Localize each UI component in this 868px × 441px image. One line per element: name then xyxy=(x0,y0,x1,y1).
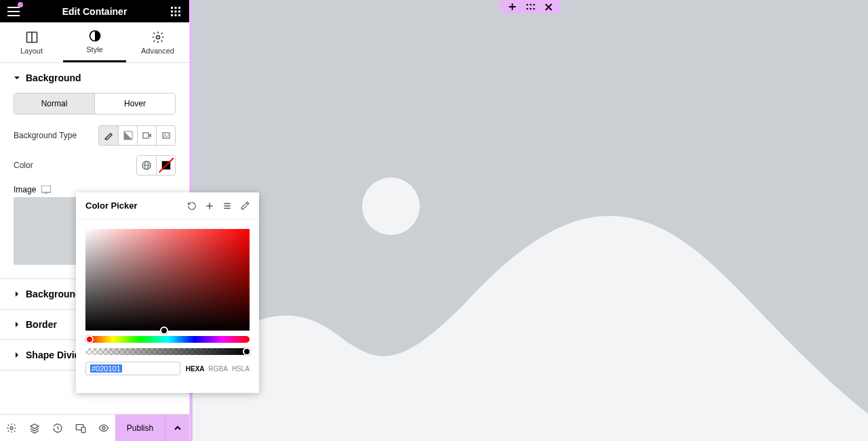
slideshow-icon xyxy=(161,131,171,140)
plus-icon xyxy=(205,201,214,211)
drag-handle[interactable] xyxy=(526,3,536,10)
caret-right-icon xyxy=(14,352,20,358)
svg-rect-4 xyxy=(175,10,177,12)
close-icon xyxy=(545,3,553,11)
background-type-row: Background Type xyxy=(14,125,176,146)
color-add-button[interactable] xyxy=(205,201,214,211)
placeholder-circle-icon xyxy=(362,177,420,235)
container-controls xyxy=(500,0,561,14)
color-library-button[interactable] xyxy=(222,201,232,211)
preview-button[interactable] xyxy=(92,415,115,442)
color-swatch-button[interactable] xyxy=(156,156,175,175)
tab-advanced[interactable]: Advanced xyxy=(126,22,189,62)
color-picker-body: #020101 HEXA RGBA HSLA xyxy=(76,219,259,385)
caret-down-icon xyxy=(14,75,20,81)
video-icon xyxy=(142,131,152,140)
state-tab-normal[interactable]: Normal xyxy=(14,93,94,114)
gradient-icon xyxy=(123,131,133,140)
menu-button[interactable] xyxy=(5,3,22,20)
svg-rect-2 xyxy=(178,7,180,9)
eye-icon xyxy=(98,423,109,434)
chevron-up-icon xyxy=(174,424,182,432)
format-rgba[interactable]: RGBA xyxy=(209,365,228,373)
svg-point-26 xyxy=(526,4,528,6)
color-input-row: #020101 HEXA RGBA HSLA xyxy=(85,362,250,375)
delete-element-button[interactable] xyxy=(545,3,553,11)
apps-button[interactable] xyxy=(167,3,184,20)
alpha-slider[interactable] xyxy=(85,348,250,355)
section-background-header[interactable]: Background xyxy=(0,63,189,93)
bg-type-classic[interactable] xyxy=(99,126,118,145)
panel-title: Edit Container xyxy=(22,6,167,17)
sidebar-header: Edit Container xyxy=(0,0,189,22)
svg-point-29 xyxy=(526,8,528,10)
bg-type-gradient[interactable] xyxy=(118,126,137,145)
add-element-button[interactable] xyxy=(509,3,517,11)
responsive-icon[interactable] xyxy=(41,186,51,194)
hue-handle[interactable] xyxy=(85,335,94,343)
brush-icon xyxy=(104,131,113,140)
format-hexa[interactable]: HEXA xyxy=(186,365,205,373)
plus-icon xyxy=(509,3,517,11)
format-hsla[interactable]: HSLA xyxy=(232,365,250,373)
section-border-title: Border xyxy=(26,319,57,330)
undo-icon xyxy=(187,201,197,211)
hue-slider[interactable] xyxy=(85,336,250,343)
global-color-button[interactable] xyxy=(137,156,156,175)
image-upload-area[interactable] xyxy=(14,197,81,265)
svg-rect-3 xyxy=(171,10,173,12)
history-icon xyxy=(52,423,63,434)
svg-point-28 xyxy=(533,4,535,6)
tab-advanced-label: Advanced xyxy=(141,47,174,55)
alpha-handle[interactable] xyxy=(243,348,251,356)
svg-point-25 xyxy=(102,427,105,429)
publish-options-button[interactable] xyxy=(165,415,189,441)
svg-rect-24 xyxy=(81,427,85,432)
settings-button[interactable] xyxy=(0,415,23,442)
navigator-button[interactable] xyxy=(23,415,46,442)
color-picker-header: Color Picker xyxy=(76,192,259,219)
publish-button[interactable]: Publish xyxy=(115,415,165,441)
caret-right-icon xyxy=(14,321,20,328)
eyedropper-button[interactable] xyxy=(240,201,250,211)
editor-canvas[interactable] xyxy=(190,0,868,441)
globe-icon xyxy=(142,161,151,170)
tab-layout-label: Layout xyxy=(20,47,43,55)
color-row: Color xyxy=(14,155,176,175)
color-reset-button[interactable] xyxy=(187,201,197,211)
saturation-area[interactable] xyxy=(85,229,250,331)
background-type-group xyxy=(98,125,176,146)
color-control-group xyxy=(136,155,176,175)
color-picker-popover: Color Picker xyxy=(76,192,259,393)
state-tabs: Normal Hover xyxy=(14,93,176,114)
saturation-handle[interactable] xyxy=(160,327,168,335)
panel-tabs: Layout Style Advanced xyxy=(0,22,189,63)
svg-rect-7 xyxy=(175,14,177,16)
gear-icon xyxy=(151,30,165,44)
notification-dot-icon xyxy=(18,2,23,7)
hex-input[interactable]: #020101 xyxy=(85,362,180,375)
editor-sidebar: Edit Container Layout Style Advanced xyxy=(0,0,190,441)
svg-rect-0 xyxy=(171,7,173,9)
history-button[interactable] xyxy=(46,415,69,442)
state-tab-hover[interactable]: Hover xyxy=(94,93,175,114)
tab-style[interactable]: Style xyxy=(63,22,126,62)
bg-type-video[interactable] xyxy=(137,126,156,145)
sidebar-footer: Publish xyxy=(0,414,189,441)
devices-icon xyxy=(75,423,86,434)
svg-rect-5 xyxy=(178,10,180,12)
section-background-title: Background xyxy=(26,72,81,83)
gear-icon xyxy=(6,423,17,434)
grid-icon xyxy=(171,7,180,16)
svg-rect-20 xyxy=(41,186,51,192)
bg-type-slideshow[interactable] xyxy=(156,126,175,145)
image-label: Image xyxy=(14,185,36,194)
color-label: Color xyxy=(14,161,33,170)
color-swatch-icon xyxy=(161,161,171,170)
svg-point-31 xyxy=(533,8,535,10)
tab-layout[interactable]: Layout xyxy=(0,22,63,62)
responsive-button[interactable] xyxy=(69,415,92,442)
svg-rect-8 xyxy=(178,14,180,16)
svg-rect-14 xyxy=(143,133,149,138)
color-picker-title: Color Picker xyxy=(85,201,187,211)
